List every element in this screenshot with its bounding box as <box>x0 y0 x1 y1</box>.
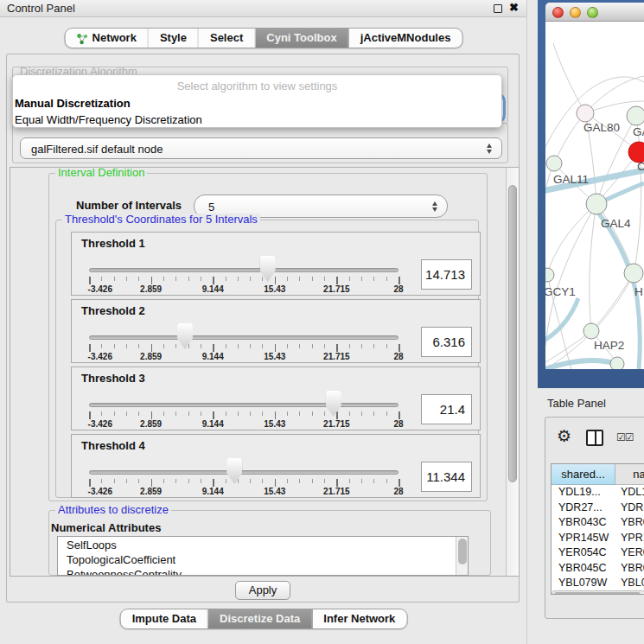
cell-name[interactable]: YBR0 <box>615 561 644 577</box>
threshold-title: Threshold 3 <box>81 372 145 385</box>
gear-icon[interactable]: ⚙ <box>557 428 571 444</box>
slider-handle[interactable] <box>326 391 341 417</box>
dropdown-option-manual-discretization[interactable]: Manual Discretization <box>15 97 131 110</box>
slider-handle[interactable] <box>177 323 193 349</box>
table-row[interactable]: YBR045CYBR0 <box>552 561 644 577</box>
table-row[interactable]: YDL19...YDL1 <box>552 485 644 501</box>
tab-discretize-data[interactable]: Discretize Data <box>208 609 312 628</box>
slider-track[interactable] <box>89 268 399 272</box>
threshold-value-box[interactable]: 6.316 <box>421 327 472 357</box>
mac-zoom-icon[interactable] <box>587 7 598 18</box>
network-edge[interactable] <box>547 204 596 275</box>
network-node-gal4[interactable] <box>586 194 607 214</box>
cell-shared-name[interactable]: YDR27... <box>552 501 615 516</box>
slider-scale-label: 28 <box>393 487 403 496</box>
slider-tick <box>299 277 300 281</box>
slider-tick <box>262 479 263 483</box>
cell-shared-name[interactable]: YBL079W <box>552 576 615 591</box>
vertical-scrollbar-thumb[interactable] <box>508 185 517 482</box>
network-node-gcy1[interactable] <box>545 268 554 282</box>
threshold-value-box[interactable]: 14.713 <box>421 259 472 290</box>
tab-infer-network[interactable]: Infer Network <box>312 609 406 628</box>
slider-track[interactable] <box>89 335 399 340</box>
slider-scale-label: 15.43 <box>264 487 285 496</box>
cell-shared-name[interactable]: YBR045C <box>552 561 615 577</box>
network-node-gal11[interactable] <box>546 156 562 171</box>
column-header-shared-name[interactable]: shared... <box>552 464 615 485</box>
slider-tick <box>262 344 263 348</box>
close-icon[interactable]: ✖ <box>509 1 519 14</box>
slider-tick <box>114 411 115 416</box>
number-of-intervals-value: 5 <box>208 200 214 213</box>
network-edge[interactable] <box>553 43 585 113</box>
tab-cyni-toolbox[interactable]: Cyni Toolbox <box>255 29 348 48</box>
network-edge[interactable] <box>634 116 641 273</box>
threshold-value-box[interactable]: 21.4 <box>421 394 472 424</box>
node-label: GCY1 <box>545 285 576 298</box>
apply-button[interactable]: Apply <box>235 581 290 600</box>
network-edge[interactable] <box>591 273 634 331</box>
cell-shared-name[interactable]: YBR043C <box>552 515 615 531</box>
slider-tick <box>138 277 139 281</box>
node-label: H <box>634 285 643 298</box>
cell-name[interactable]: YER0 <box>615 545 644 561</box>
network-node-h[interactable] <box>624 264 643 283</box>
table-row[interactable]: YBL079WYBL0 <box>552 576 644 591</box>
tab-select[interactable]: Select <box>199 29 255 48</box>
table-row[interactable]: YDR27...YDR2 <box>552 501 644 516</box>
network-edge[interactable] <box>590 204 596 331</box>
mac-minimize-icon[interactable] <box>570 7 581 18</box>
slider-tick <box>151 479 153 487</box>
float-window-icon[interactable] <box>494 4 502 13</box>
slider-tick <box>349 277 350 281</box>
slider-scale-label: -3.426 <box>88 352 112 361</box>
slider-tick <box>324 277 325 281</box>
numerical-attributes-list[interactable]: SelfLoopsTopologicalCoefficientBetweenne… <box>57 536 469 576</box>
list-item[interactable]: SelfLoops <box>67 539 117 553</box>
tab-style[interactable]: Style <box>149 29 199 48</box>
threshold-value-box[interactable]: 11.344 <box>421 462 472 492</box>
tab-impute-data[interactable]: Impute Data <box>121 609 208 628</box>
table-row[interactable]: YER054CYER0 <box>552 545 644 561</box>
table-row[interactable]: YPR145WYPR1 <box>552 531 644 546</box>
cell-name[interactable]: YBR0 <box>615 515 644 531</box>
network-node-hap2[interactable] <box>583 323 599 339</box>
table-header-row: shared... name <box>552 464 644 485</box>
network-node[interactable] <box>610 357 624 369</box>
network-node-gal80[interactable] <box>577 105 594 122</box>
slider-track[interactable] <box>89 403 399 407</box>
cell-shared-name[interactable]: YDL19... <box>552 485 615 501</box>
table-data-combobox[interactable]: galFiltered.sif default node <box>20 137 502 159</box>
slider-track[interactable] <box>89 470 399 475</box>
tab-jactivemnodules[interactable]: jActiveMNodules <box>349 29 462 48</box>
cell-shared-name[interactable]: YPR145W <box>552 531 615 546</box>
slider-tick <box>163 411 164 416</box>
slider-tick <box>163 277 164 281</box>
list-scrollbar-thumb[interactable] <box>458 539 467 564</box>
network-canvas[interactable]: GAL80GACGAL11GAL4GCY1HHAP2 <box>545 22 644 369</box>
cell-name[interactable]: YPR1 <box>615 531 644 546</box>
dropdown-option-equal-width-frequency[interactable]: Equal Width/Frequency Discretization <box>15 113 202 126</box>
list-item[interactable]: BetweennessCentrality <box>67 568 182 576</box>
list-scrollbar[interactable] <box>456 537 468 575</box>
columns-icon[interactable] <box>586 430 603 446</box>
slider-tick <box>126 344 127 348</box>
cell-name[interactable]: YDL1 <box>615 485 644 501</box>
slider-tick <box>373 344 374 348</box>
cell-shared-name[interactable]: YER054C <box>552 545 615 561</box>
tab-network[interactable]: Network <box>66 29 149 48</box>
table-row[interactable]: YBR043CYBR0 <box>552 515 644 531</box>
select-columns-checkboxes-icon[interactable]: ☑☑ <box>616 431 634 443</box>
cell-name[interactable]: YDR2 <box>615 501 644 516</box>
list-item[interactable]: TopologicalCoefficient <box>67 553 175 568</box>
column-header-name[interactable]: name <box>615 464 644 485</box>
slider-handle[interactable] <box>226 458 242 484</box>
slider-tick <box>201 277 201 281</box>
network-node-ga[interactable] <box>627 106 644 125</box>
slider-tick <box>89 277 91 284</box>
cell-name[interactable]: YBL0 <box>615 576 644 591</box>
network-edge-highlighted[interactable] <box>545 298 578 344</box>
vertical-scrollbar[interactable] <box>506 168 519 576</box>
slider-tick <box>361 344 362 348</box>
mac-close-icon[interactable] <box>552 7 564 18</box>
